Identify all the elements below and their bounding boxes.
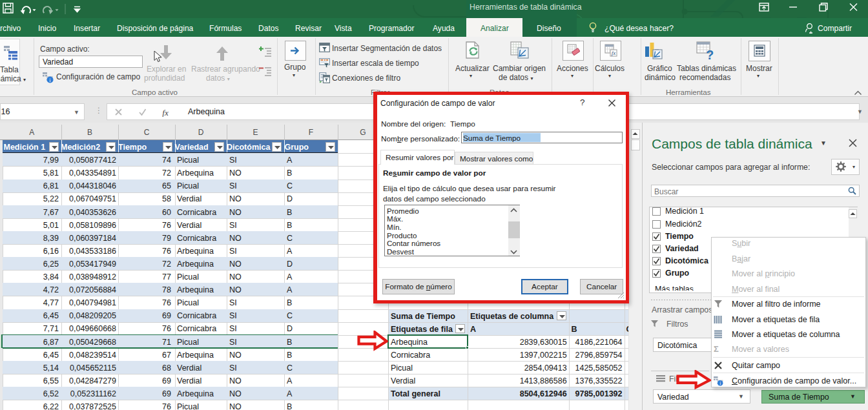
svg-text:?: ?: [706, 48, 714, 61]
svg-text:fx: fx: [162, 108, 169, 118]
svg-text:i: i: [719, 380, 721, 386]
svg-text:fx: fx: [612, 50, 616, 56]
